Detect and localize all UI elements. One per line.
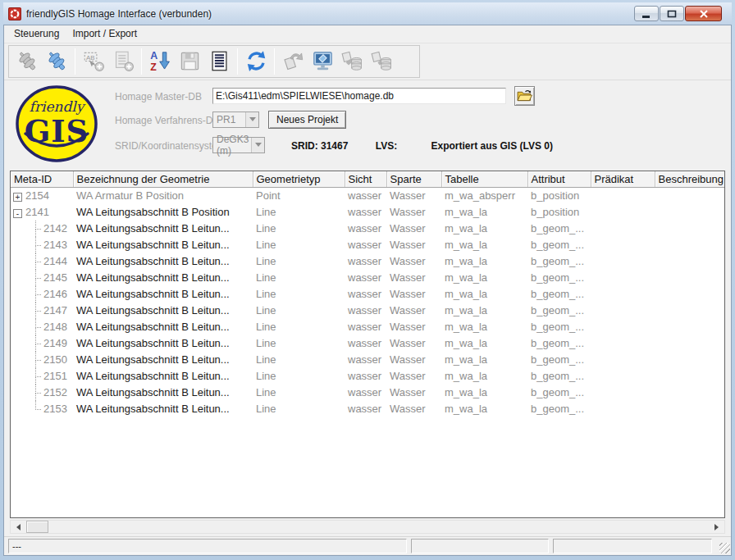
cell-meta-id: 2142 <box>11 221 73 237</box>
table-row[interactable]: 2145WA Leitungsabschnitt B Leitun...Line… <box>11 270 725 286</box>
export-sheet-button[interactable] <box>278 48 308 75</box>
cell-sicht: wasser <box>345 401 386 417</box>
cell-tabelle: m_wa_la <box>441 204 527 221</box>
save-icon <box>179 50 201 72</box>
scroll-left-button[interactable] <box>11 521 25 533</box>
save-button[interactable] <box>175 48 204 75</box>
col-praedikat[interactable]: Prädikat <box>591 171 655 188</box>
app-icon <box>8 7 21 20</box>
collapse-icon[interactable]: - <box>13 209 22 218</box>
sort-az-button[interactable]: AZ <box>145 48 175 75</box>
screen-view-button[interactable] <box>308 48 337 75</box>
cell-bezeichnung: WA Leitungsabschnitt B Leitun... <box>73 270 253 286</box>
srid-number: SRID: 31467 <box>291 140 348 152</box>
status-bar: --- <box>4 536 731 555</box>
table-row[interactable]: 2150WA Leitungsabschnitt B Leitun...Line… <box>11 352 725 368</box>
screen-view-icon <box>312 50 334 72</box>
cell-geometrietyp: Line <box>253 352 345 368</box>
close-button[interactable] <box>685 6 722 21</box>
cell-attribut: b_geom_... <box>527 401 591 417</box>
neues-projekt-button[interactable]: Neues Projekt <box>268 111 346 129</box>
table-row[interactable]: 2151WA Leitungsabschnitt B Leitun...Line… <box>11 368 725 385</box>
table-row[interactable]: 2147WA Leitungsabschnitt B Leitun...Line… <box>11 303 725 319</box>
table-row[interactable]: 2152WA Leitungsabschnitt B Leitun...Line… <box>11 385 725 401</box>
expand-icon[interactable]: + <box>13 193 22 202</box>
export-db-button[interactable] <box>367 48 396 75</box>
new-list-button[interactable] <box>108 48 138 75</box>
cell-geometrietyp: Point <box>253 188 345 204</box>
cell-praedikat <box>591 188 655 204</box>
table-row[interactable]: 2146WA Leitungsabschnitt B Leitun...Line… <box>11 286 725 303</box>
table-row[interactable]: 2142WA Leitungsabschnitt B Leitun...Line… <box>11 221 725 237</box>
cell-meta-id: -2141 <box>11 204 73 221</box>
cell-sicht: wasser <box>345 335 386 352</box>
srid-select[interactable]: DeGK3 (m) <box>212 137 265 153</box>
minimize-button[interactable] <box>634 6 659 21</box>
cell-geometrietyp: Line <box>253 335 345 352</box>
resize-grip[interactable] <box>719 543 730 553</box>
connect-button[interactable] <box>42 48 71 75</box>
refresh-button[interactable] <box>241 48 271 75</box>
col-beschreibung[interactable]: Beschreibung <box>655 171 725 188</box>
table-row[interactable]: 2153WA Leitungsabschnitt B Leitun...Line… <box>11 401 725 417</box>
sort-az-icon: AZ <box>149 50 171 72</box>
lvs-value: Exportiert aus GIS (LVS 0) <box>431 140 553 152</box>
cell-bezeichnung: WA Leitungsabschnitt B Leitun... <box>73 352 253 368</box>
friendlygis-logo: friendly GIS <box>15 84 98 164</box>
disconnect-icon <box>16 50 39 72</box>
col-bezeichnung[interactable]: Bezeichnung der Geometrie <box>73 171 253 188</box>
combo-dropdown-button[interactable] <box>245 112 258 127</box>
col-meta-id[interactable]: Meta-ID <box>11 171 73 188</box>
cell-sparte: Wasser <box>386 335 441 352</box>
table-row[interactable]: 2143WA Leitungsabschnitt B Leitun...Line… <box>11 237 725 253</box>
scroll-right-button[interactable] <box>710 521 724 533</box>
cell-bezeichnung: WA Leitungsabschnitt B Leitun... <box>73 335 253 352</box>
protocol-button[interactable] <box>204 48 234 75</box>
table-row[interactable]: 2148WA Leitungsabschnitt B Leitun...Line… <box>11 319 725 335</box>
cell-praedikat <box>591 335 655 352</box>
col-attribut[interactable]: Attribut <box>527 171 591 188</box>
master-db-input[interactable] <box>212 88 506 104</box>
master-db-label: Homage Master-DB <box>115 91 202 102</box>
col-geometrietyp[interactable]: Geometrietyp <box>253 171 345 188</box>
horizontal-scrollbar[interactable] <box>10 520 725 534</box>
cell-geometrietyp: Line <box>253 303 345 319</box>
cell-bezeichnung: WA Leitungsabschnitt B Leitun... <box>73 368 253 385</box>
import-db-button[interactable] <box>337 48 367 75</box>
cell-meta-id: 2153 <box>11 401 73 417</box>
menu-steuerung[interactable]: Steuerung <box>7 25 66 42</box>
meta-id-value: 2153 <box>43 403 67 415</box>
cell-praedikat <box>591 221 655 237</box>
toolbar-separator <box>141 48 142 75</box>
table-header-row: Meta-ID Bezeichnung der Geometrie Geomet… <box>11 171 725 188</box>
table-row[interactable]: 2144WA Leitungsabschnitt B Leitun...Line… <box>11 253 725 270</box>
col-sparte[interactable]: Sparte <box>386 171 441 188</box>
browse-db-button[interactable] <box>514 86 535 106</box>
cell-beschreibung <box>655 319 725 335</box>
scrollbar-thumb[interactable] <box>26 521 48 533</box>
cell-sparte: Wasser <box>386 237 441 253</box>
combo-dropdown-button[interactable] <box>251 138 264 153</box>
cell-sparte: Wasser <box>386 401 441 417</box>
menu-import-export[interactable]: Import / Export <box>66 25 144 42</box>
new-selection-button[interactable]: AB <box>79 48 108 75</box>
meta-id-value: 2143 <box>43 239 67 251</box>
disconnect-button[interactable] <box>12 48 42 75</box>
refresh-icon <box>245 50 267 72</box>
col-tabelle[interactable]: Tabelle <box>441 171 527 188</box>
cell-beschreibung <box>655 253 725 270</box>
cell-sicht: wasser <box>345 286 386 303</box>
cell-beschreibung <box>655 188 725 204</box>
status-panel-2 <box>411 539 549 553</box>
cell-tabelle: m_wa_la <box>441 401 527 417</box>
col-sicht[interactable]: Sicht <box>345 171 386 188</box>
maximize-icon <box>667 10 677 18</box>
cell-tabelle: m_wa_la <box>441 270 527 286</box>
cell-tabelle: m_wa_la <box>441 385 527 401</box>
verfahrens-db-select[interactable]: PR1 <box>212 112 259 128</box>
table-row[interactable]: +2154WA Armatur B PositionPointwasserWas… <box>11 188 725 204</box>
maximize-button[interactable] <box>660 6 684 21</box>
table-row[interactable]: -2141WA Leitungsabschnitt B PositionLine… <box>11 204 725 221</box>
srid-info-line: SRID: 31467 LVS: Exportiert aus GIS (LVS… <box>291 140 553 152</box>
table-row[interactable]: 2149WA Leitungsabschnitt B Leitun...Line… <box>11 335 725 352</box>
